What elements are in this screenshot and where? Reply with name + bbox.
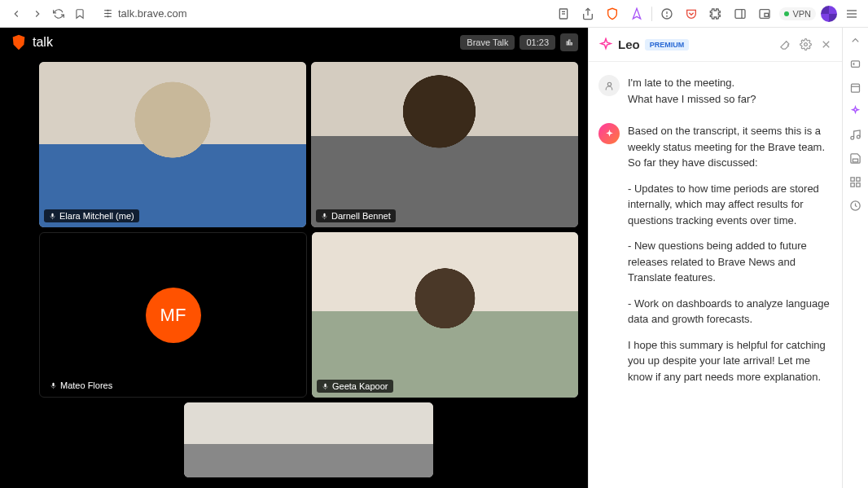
participant-name: Darnell Bennet [331,211,391,221]
svg-point-32 [857,135,860,138]
wallet-icon[interactable] [657,4,677,24]
chevron-up-icon[interactable] [849,34,861,46]
gear-icon[interactable] [800,38,812,51]
browser-toolbar: talk.brave.com VPN [0,0,868,28]
call-timer: 01:23 [519,35,555,50]
svg-rect-35 [857,178,860,181]
eraser-icon[interactable] [779,38,791,51]
browser-sidebar [842,28,868,488]
pocket-icon[interactable] [682,4,701,24]
message-text: I hope this summary is helpful for catch… [628,337,832,385]
ai-message: Based on the transcript, it seems this i… [598,123,832,394]
name-tag: Mateo Flores [45,379,117,392]
profile-icon[interactable] [821,6,837,22]
svg-point-24 [804,43,808,46]
toolbar-right: VPN [554,4,861,24]
close-icon[interactable] [820,38,832,51]
message-text: Based on the transcript, it seems this i… [628,123,832,171]
sparkle-icon [598,37,613,52]
bookmark-button[interactable] [70,4,90,24]
music-icon[interactable] [849,129,861,141]
grid-row [39,402,578,477]
extensions-icon[interactable] [706,4,726,24]
reader-icon[interactable] [554,4,573,24]
participant-tile[interactable]: MF Mateo Flores [39,232,307,398]
calendar-icon[interactable] [849,81,861,94]
participant-name: Elara Mitchell (me) [59,211,134,221]
grid-icon[interactable] [849,176,861,188]
pip-icon[interactable] [755,4,774,24]
svg-point-13 [667,15,668,16]
svg-rect-33 [853,159,857,162]
menu-icon[interactable] [842,4,861,24]
avatar-initials: MF [160,305,186,326]
tab-icon[interactable] [849,58,861,70]
reload-button[interactable] [49,4,68,24]
participant-tile[interactable] [184,402,433,477]
forward-button[interactable] [28,4,47,24]
svg-point-31 [851,136,854,139]
participant-tile[interactable]: Geeta Kapoor [312,232,578,398]
premium-badge: PREMIUM [645,39,690,51]
leo-panel: Leo PREMIUM I'm late to the meeting. Wha… [588,28,842,488]
avatar: MF [146,288,201,343]
leo-conversation: I'm late to the meeting. What have I mis… [589,62,842,488]
name-tag: Elara Mitchell (me) [44,209,139,222]
vpn-label: VPN [792,9,811,19]
svg-marker-10 [633,8,641,19]
svg-rect-17 [765,13,769,16]
message-body: I'm late to the meeting. What have I mis… [628,75,832,107]
video-grid: Elara Mitchell (me) Darnell Bennet MF [0,57,588,488]
participant-tile[interactable]: Darnell Bennet [311,62,578,227]
svg-point-27 [607,82,611,86]
message-body: Based on the transcript, it seems this i… [628,123,832,394]
sparkle-icon[interactable] [849,105,861,117]
name-tag: Geeta Kapoor [317,380,393,393]
participant-tile[interactable]: Elara Mitchell (me) [39,62,306,227]
main-content: talk Brave Talk 01:23 Elara Mitchell (me… [0,28,868,488]
app-name: talk [33,35,53,50]
svg-rect-14 [735,9,745,18]
participant-name: Geeta Kapoor [332,381,388,391]
svg-rect-29 [852,84,860,92]
video-placeholder [312,232,578,398]
leo-header: Leo PREMIUM [589,28,842,62]
call-header-right: Brave Talk 01:23 [460,33,578,51]
address-bar[interactable]: talk.brave.com [96,7,547,20]
leo-title: Leo [618,37,640,51]
url-text: talk.brave.com [118,7,187,20]
video-placeholder [39,62,306,227]
save-icon[interactable] [849,152,861,165]
svg-rect-23 [571,43,572,46]
sidebar-toggle-icon[interactable] [730,4,750,24]
brave-lion-icon [10,33,28,51]
user-message: I'm late to the meeting. What have I mis… [598,75,832,107]
message-text: What have I missed so far? [628,91,832,108]
ai-icon [598,123,620,144]
app-logo: talk [10,33,53,51]
site-settings-icon [103,8,113,19]
leo-logo: Leo PREMIUM [598,37,689,52]
share-icon[interactable] [578,4,598,24]
separator [651,7,652,21]
vpn-badge[interactable]: VPN [779,7,816,20]
call-header: talk Brave Talk 01:23 [0,28,588,57]
shields-icon[interactable] [603,4,622,24]
vpn-status-dot [784,11,789,16]
nav-buttons [7,4,90,24]
svg-rect-34 [851,178,854,181]
performance-icon[interactable] [560,33,578,51]
name-tag: Darnell Bennet [316,209,396,222]
leo-header-actions [779,38,832,51]
rewards-icon[interactable] [627,4,647,24]
svg-rect-22 [569,40,571,45]
svg-rect-28 [852,61,860,68]
back-button[interactable] [7,4,26,24]
video-placeholder [184,402,433,477]
svg-rect-21 [567,42,568,45]
history-icon[interactable] [849,200,861,212]
call-name-pill: Brave Talk [460,35,515,50]
svg-rect-36 [851,183,854,187]
call-area: talk Brave Talk 01:23 Elara Mitchell (me… [0,28,588,488]
message-text: I'm late to the meeting. [628,75,832,91]
